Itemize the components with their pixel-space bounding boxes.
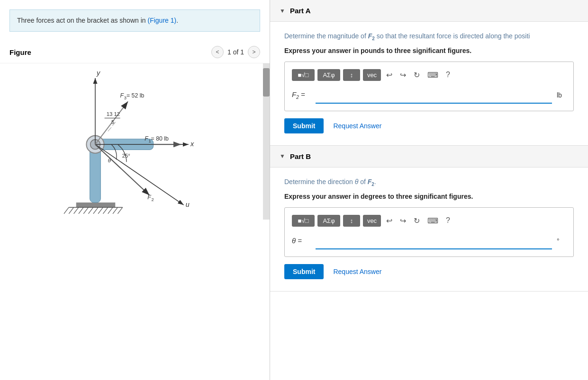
part-a-unit: lb	[557, 91, 566, 99]
part-a-arrows-button[interactable]: ↕	[343, 69, 360, 81]
part-b-answer-box: ■√□ AΣφ ↕ vec ↩ ↪ ↻ ⌨ ? θ = °	[284, 207, 574, 257]
svg-text:25°: 25°	[122, 153, 130, 159]
part-b-content: Determine the direction θ of F2. Express…	[270, 168, 588, 291]
part-b-unit: °	[557, 237, 566, 245]
svg-line-3	[69, 207, 73, 213]
part-b-submit-button[interactable]: Submit	[284, 264, 324, 279]
part-b-label: Part B	[290, 152, 311, 160]
part-b-toolbar: ■√□ AΣφ ↕ vec ↩ ↪ ↻ ⌨ ?	[292, 215, 566, 227]
svg-line-10	[103, 207, 108, 213]
part-b-question: Determine the direction θ of F2.	[284, 177, 574, 188]
part-a-answer-label: F2 =	[292, 90, 311, 100]
part-b-help-button[interactable]: ?	[443, 215, 452, 226]
part-a-help-button[interactable]: ?	[443, 69, 452, 80]
figure-count: 1 of 1	[227, 48, 244, 56]
part-b-redo-button[interactable]: ↪	[398, 215, 408, 227]
figure-scrollbar[interactable]	[263, 63, 270, 220]
figure-link[interactable]: (Figure 1)	[147, 17, 176, 24]
svg-line-42	[108, 127, 111, 131]
left-panel: Three forces act on the bracket as shown…	[0, 0, 270, 380]
part-a-question: Determine the magnitude of F2 so that th…	[284, 31, 574, 42]
right-panel: ▼ Part A Determine the magnitude of F2 s…	[270, 0, 588, 380]
figure-header: Figure < 1 of 1 >	[0, 41, 270, 63]
part-b-aes-button[interactable]: AΣφ	[317, 215, 340, 227]
svg-line-2	[64, 207, 69, 213]
part-a-undo-button[interactable]: ↩	[384, 69, 395, 81]
part-b-arrows-button[interactable]: ↕	[343, 215, 360, 227]
part-a-section: ▼ Part A Determine the magnitude of F2 s…	[270, 0, 588, 146]
part-a-keyboard-button[interactable]: ⌨	[425, 69, 441, 81]
part-b-refresh-button[interactable]: ↻	[411, 215, 422, 227]
problem-text: Three forces act on the bracket as shown…	[17, 17, 147, 24]
figure-title: Figure	[9, 48, 31, 56]
part-a-answer-row: F2 = lb	[292, 87, 566, 104]
part-b-action-row: Submit Request Answer	[284, 264, 574, 279]
part-a-toolbar: ■√□ AΣφ ↕ vec ↩ ↪ ↻ ⌨ ?	[292, 69, 566, 81]
part-a-vec-button[interactable]: vec	[363, 69, 381, 81]
part-a-label: Part A	[290, 7, 311, 15]
part-b-keyboard-button[interactable]: ⌨	[425, 215, 441, 227]
svg-text:y: y	[96, 69, 100, 77]
part-b-header[interactable]: ▼ Part B	[270, 146, 588, 168]
figure-nav: < 1 of 1 >	[211, 46, 260, 58]
figure-section: Figure < 1 of 1 >	[0, 32, 270, 380]
figure-scroll-area: y x u F 1 = 80 lb F 3 = 52 lb 13 12 5	[0, 63, 270, 220]
part-b-section: ▼ Part B Determine the direction θ of F2…	[270, 146, 588, 292]
part-a-redo-button[interactable]: ↪	[398, 69, 408, 81]
svg-rect-0	[76, 203, 116, 207]
svg-line-20	[95, 144, 184, 205]
svg-text:13  12: 13 12	[107, 111, 120, 117]
part-b-undo-button[interactable]: ↩	[384, 215, 395, 227]
svg-text:θ: θ	[108, 158, 111, 163]
part-a-action-row: Submit Request Answer	[284, 118, 574, 133]
prev-figure-button[interactable]: <	[211, 46, 224, 58]
svg-line-4	[74, 207, 79, 213]
part-b-math-button[interactable]: ■√□	[292, 215, 315, 227]
part-b-answer-label: θ =	[292, 237, 311, 245]
part-b-request-answer-link[interactable]: Request Answer	[333, 268, 381, 275]
problem-text-suffix: .	[176, 17, 178, 24]
part-a-math-button[interactable]: ■√□	[292, 69, 315, 81]
svg-text:= 52 lb: = 52 lb	[127, 92, 145, 99]
figure-diagram: y x u F 1 = 80 lb F 3 = 52 lb 13 12 5	[0, 63, 270, 220]
scrollbar-thumb[interactable]	[263, 68, 270, 97]
part-a-content: Determine the magnitude of F2 so that th…	[270, 22, 588, 145]
part-b-answer-input[interactable]	[316, 232, 552, 249]
part-a-aes-button[interactable]: AΣφ	[317, 69, 340, 81]
svg-text:= 80 lb: = 80 lb	[151, 135, 169, 142]
part-b-chevron: ▼	[280, 153, 285, 159]
part-a-request-answer-link[interactable]: Request Answer	[333, 122, 381, 130]
part-b-instruction: Express your answer in degrees to three …	[284, 193, 574, 200]
part-a-answer-input[interactable]	[316, 87, 552, 104]
part-b-vec-button[interactable]: vec	[363, 215, 381, 227]
part-a-refresh-button[interactable]: ↻	[411, 69, 422, 81]
problem-statement: Three forces act on the bracket as shown…	[9, 9, 260, 32]
part-a-chevron: ▼	[280, 8, 285, 14]
svg-text:2: 2	[152, 197, 154, 202]
svg-line-13	[118, 207, 122, 213]
part-a-submit-button[interactable]: Submit	[284, 118, 324, 133]
svg-line-12	[113, 207, 118, 213]
svg-line-11	[108, 207, 113, 213]
svg-text:x: x	[190, 140, 194, 148]
next-figure-button[interactable]: >	[248, 46, 260, 58]
part-a-instruction: Express your answer in pounds to three s…	[284, 47, 574, 54]
part-a-answer-box: ■√□ AΣφ ↕ vec ↩ ↪ ↻ ⌨ ? F2 = lb	[284, 62, 574, 111]
part-b-answer-row: θ = °	[292, 232, 566, 249]
svg-line-9	[98, 207, 103, 213]
svg-text:u: u	[186, 201, 190, 208]
svg-line-5	[79, 207, 83, 213]
svg-line-37	[95, 144, 149, 195]
svg-line-8	[93, 207, 98, 213]
svg-line-6	[83, 207, 88, 213]
part-a-header[interactable]: ▼ Part A	[270, 0, 588, 22]
svg-line-7	[89, 207, 93, 213]
